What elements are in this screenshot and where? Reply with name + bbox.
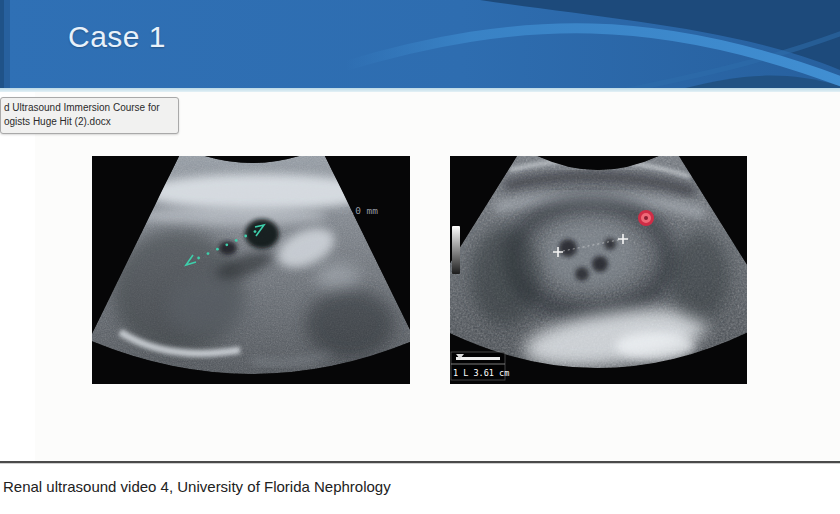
measurement-widget: 1 L 3.61 cm [451, 352, 509, 380]
ultrasound-image-right: 1 L 3.61 cm [450, 156, 747, 384]
slide-title: Case 1 [68, 20, 166, 54]
filename-tooltip-line2: ogists Huge Hit (2).docx [4, 115, 172, 129]
banner-underline [0, 88, 840, 92]
slide-caption: Renal ultrasound video 4, University of … [3, 478, 391, 495]
scale-bar [456, 357, 500, 360]
presentation-slide: Case 1 d Ultrasound Immersion Course for… [0, 0, 840, 514]
filename-tooltip: d Ultrasound Immersion Course for ogists… [0, 97, 179, 134]
measurement-label-left: 45.0 mm [338, 205, 378, 216]
grayscale-reference-bar [452, 226, 460, 274]
ultrasound-left-graphic: 45.0 mm [92, 156, 410, 384]
slide-title-banner: Case 1 [0, 0, 840, 88]
red-marker-dot [640, 212, 653, 225]
filename-tooltip-line1: d Ultrasound Immersion Course for [4, 101, 172, 115]
ultrasound-image-left: 45.0 mm [92, 156, 410, 384]
ultrasound-right-graphic: 1 L 3.61 cm [450, 156, 747, 384]
measurement-label-right: 1 L 3.61 cm [453, 368, 509, 378]
caption-divider-line [0, 461, 840, 463]
